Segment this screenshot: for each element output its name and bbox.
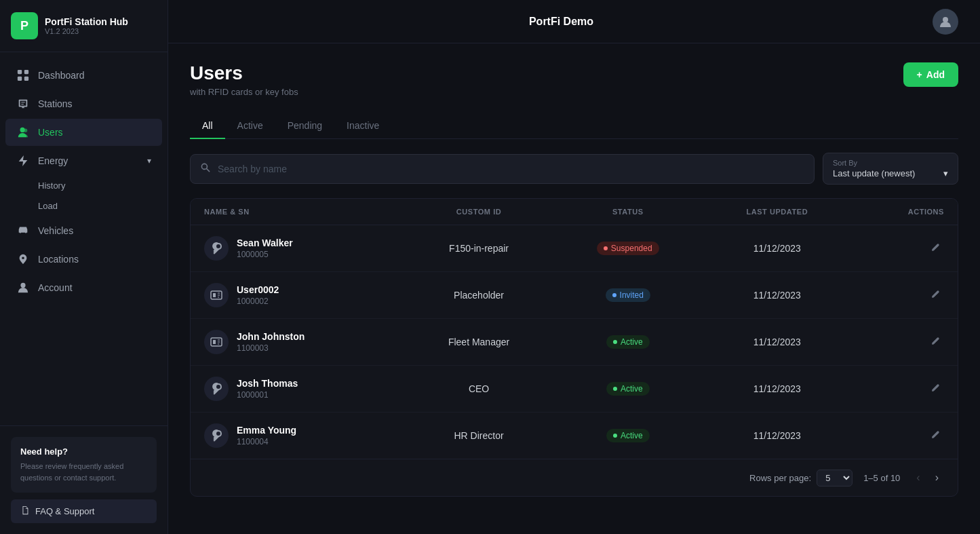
- table-row: User0002 1000002 Placeholder Invited 11/…: [191, 272, 958, 319]
- topbar: PortFi Demo: [168, 0, 980, 43]
- sidebar: P PortFi Station Hub V1.2 2023 Dashboard: [0, 0, 168, 534]
- sidebar-item-stations[interactable]: Stations: [5, 90, 162, 117]
- help-box: Need help? Please review frequently aske…: [11, 437, 157, 493]
- sort-dropdown[interactable]: Sort By Last update (newest) ▾: [823, 153, 958, 185]
- svg-rect-3: [24, 77, 28, 81]
- page-header: Users with RFID cards or key fobs + Add: [190, 62, 958, 97]
- tab-active[interactable]: Active: [225, 113, 275, 139]
- tab-all[interactable]: All: [190, 113, 225, 139]
- sidebar-header: P PortFi Station Hub V1.2 2023: [0, 0, 168, 52]
- svg-point-6: [943, 17, 948, 22]
- actions-cell: [851, 319, 958, 366]
- custom-id: HR Director: [405, 413, 553, 459]
- edit-button[interactable]: [926, 379, 944, 399]
- user-avatar[interactable]: [933, 9, 958, 35]
- brand-version: V1.2 2023: [45, 27, 128, 35]
- sidebar-item-label: Users: [38, 127, 63, 138]
- custom-id: Placeholder: [405, 272, 553, 319]
- next-page-button[interactable]: ›: [930, 469, 944, 487]
- table-row: Emma Young 1100004 HR Director Active 11…: [191, 413, 958, 459]
- status-dot: [613, 340, 617, 344]
- sidebar-footer: Need help? Please review frequently aske…: [0, 425, 168, 534]
- user-cell: John Johnston 1100003: [204, 330, 391, 354]
- actions-cell: [851, 272, 958, 319]
- table-row: Sean Walker 1000005 F150-in-repair Suspe…: [191, 225, 958, 272]
- energy-icon: [16, 154, 30, 168]
- status-cell: Active: [553, 319, 703, 366]
- add-label: Add: [926, 69, 945, 80]
- rows-per-page-label: Rows per page:: [749, 473, 811, 483]
- search-box: [190, 154, 815, 184]
- sidebar-item-label: Account: [38, 282, 73, 293]
- tab-pending[interactable]: Pending: [275, 113, 334, 139]
- last-updated: 11/12/2023: [703, 366, 851, 413]
- rows-per-page-select[interactable]: 5 10 25: [817, 470, 852, 487]
- page-content: Users with RFID cards or key fobs + Add …: [168, 43, 980, 534]
- sidebar-item-load[interactable]: Load: [5, 196, 162, 216]
- sidebar-item-users[interactable]: Users: [5, 119, 162, 146]
- last-updated: 11/12/2023: [703, 413, 851, 459]
- prev-page-button[interactable]: ‹: [911, 469, 925, 487]
- sidebar-item-label: Dashboard: [38, 70, 85, 81]
- help-title: Need help?: [20, 446, 147, 457]
- sidebar-item-label: Stations: [38, 98, 73, 109]
- edit-button[interactable]: [926, 286, 944, 305]
- status-cell: Invited: [553, 272, 703, 319]
- sidebar-item-dashboard[interactable]: Dashboard: [5, 62, 162, 89]
- svg-rect-0: [18, 70, 22, 74]
- user-sn: 1000001: [237, 390, 298, 400]
- col-last-updated: LAST UPDATED: [703, 199, 851, 225]
- user-name: Josh Thomas: [237, 378, 298, 389]
- status-badge: Active: [606, 429, 650, 442]
- add-button[interactable]: + Add: [903, 62, 958, 87]
- user-cell: Sean Walker 1000005: [204, 236, 391, 261]
- user-sn: 1000005: [237, 250, 293, 259]
- svg-rect-8: [213, 293, 216, 297]
- custom-id: CEO: [405, 366, 553, 413]
- load-label: Load: [38, 201, 58, 211]
- status-cell: Active: [553, 366, 703, 413]
- status-badge: Active: [606, 382, 650, 396]
- actions-cell: [851, 366, 958, 413]
- page-subtitle: with RFID cards or key fobs: [190, 87, 298, 97]
- sidebar-item-account[interactable]: Account: [5, 274, 162, 301]
- chevron-down-icon: ▾: [147, 156, 151, 166]
- user-name: John Johnston: [237, 331, 305, 342]
- search-input[interactable]: [218, 164, 804, 174]
- table-row: Josh Thomas 1000001 CEO Active 11/12/202…: [191, 366, 958, 413]
- user-cell: Josh Thomas 1000001: [204, 377, 391, 401]
- user-cell: Emma Young 1100004: [204, 423, 391, 448]
- svg-point-5: [20, 283, 25, 288]
- sidebar-item-vehicles[interactable]: Vehicles: [5, 217, 162, 244]
- document-icon: [20, 506, 30, 517]
- pagination: Rows per page: 5 10 25 1–5 of 10 ‹ ›: [191, 459, 958, 496]
- sidebar-item-energy[interactable]: Energy ▾: [5, 147, 162, 174]
- status-dot: [613, 387, 617, 391]
- last-updated: 11/12/2023: [703, 225, 851, 272]
- col-custom-id: CUSTOM ID: [405, 199, 553, 225]
- edit-button[interactable]: [926, 426, 944, 446]
- history-label: History: [38, 180, 65, 191]
- sort-label: Sort By: [833, 159, 948, 167]
- tab-inactive[interactable]: Inactive: [334, 113, 391, 139]
- user-sn: 1100004: [237, 437, 296, 446]
- table-row: John Johnston 1100003 Fleet Manager Acti…: [191, 319, 958, 366]
- edit-button[interactable]: [926, 332, 944, 352]
- faq-support-button[interactable]: FAQ & Support: [11, 499, 157, 523]
- user-icon: [204, 330, 229, 354]
- user-name: User0002: [237, 284, 279, 295]
- stations-icon: [16, 97, 30, 111]
- actions-cell: [851, 225, 958, 272]
- sidebar-item-locations[interactable]: Locations: [5, 246, 162, 273]
- status-cell: Suspended: [553, 225, 703, 272]
- user-icon: [204, 236, 229, 261]
- svg-rect-12: [211, 338, 222, 346]
- status-badge: Invited: [606, 288, 650, 302]
- svg-rect-1: [24, 70, 28, 74]
- svg-rect-7: [211, 291, 222, 299]
- sidebar-item-history[interactable]: History: [5, 176, 162, 195]
- status-dot: [613, 434, 617, 438]
- locations-icon: [16, 252, 30, 266]
- edit-button[interactable]: [926, 239, 944, 259]
- actions-cell: [851, 413, 958, 459]
